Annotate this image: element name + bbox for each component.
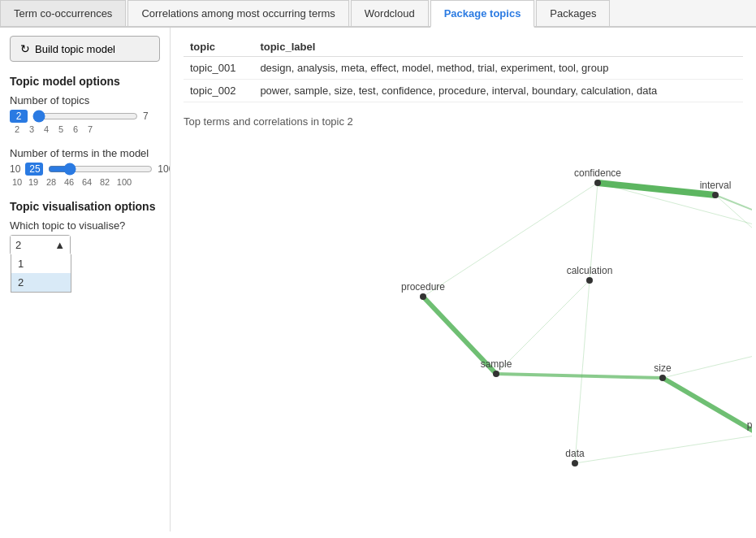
node-label-sample: sample bbox=[481, 358, 512, 370]
tab-wordcloud[interactable]: Wordcloud bbox=[351, 0, 429, 26]
topic-model-options-title: Topic model options bbox=[10, 75, 160, 88]
num-terms-max: 100 bbox=[158, 163, 171, 175]
svg-point-8 bbox=[420, 293, 426, 300]
vis-options-title: Topic visualisation options bbox=[10, 200, 160, 213]
svg-point-5 bbox=[659, 375, 666, 381]
num-topics-slider-row: 2 7 bbox=[10, 110, 160, 123]
sidebar: ↻ Build topic model Topic model options … bbox=[0, 28, 171, 531]
node-data: data bbox=[565, 448, 585, 466]
tab-bar: Term co-occurrences Correlations among m… bbox=[0, 0, 756, 28]
table-row: topic_002 power, sample, size, test, con… bbox=[184, 80, 743, 102]
svg-point-3 bbox=[586, 277, 593, 284]
tab-correlations[interactable]: Correlations among most occurring terms bbox=[127, 0, 348, 26]
node-label-procedure: procedure bbox=[401, 281, 445, 293]
refresh-icon: ↻ bbox=[20, 42, 30, 55]
node-label-data: data bbox=[565, 448, 585, 459]
col-label-header: topic_label bbox=[253, 37, 743, 57]
node-label-power: power bbox=[747, 419, 752, 431]
edge-interval-boundary bbox=[715, 195, 752, 252]
node-label-interval: interval bbox=[700, 180, 732, 191]
chevron-up-icon: ▲ bbox=[54, 239, 65, 251]
which-topic-label: Which topic to visualise? bbox=[10, 219, 160, 232]
svg-point-1 bbox=[712, 192, 719, 198]
num-terms-slider[interactable] bbox=[48, 163, 153, 176]
num-terms-value: 25 bbox=[25, 163, 43, 176]
node-procedure: procedure bbox=[401, 281, 445, 300]
topic-002-label: power, sample, size, test, confidence, p… bbox=[253, 80, 743, 102]
network-svg: confidenceintervalboundarycalculationtes… bbox=[184, 134, 752, 467]
edge-interval-test bbox=[715, 195, 752, 329]
num-terms-label: Number of terms in the model bbox=[10, 147, 160, 159]
node-power: power bbox=[747, 419, 752, 438]
topic-select-dropdown: 1 2 bbox=[11, 254, 71, 293]
svg-point-9 bbox=[572, 460, 578, 466]
topic-selected: 2 bbox=[15, 239, 21, 251]
num-topics-slider-container: 2 7 2 3 4 5 6 7 bbox=[10, 110, 160, 134]
content-area: topic topic_label topic_001 design, anal… bbox=[171, 28, 756, 531]
chart-title: Top terms and correlations in topic 2 bbox=[184, 115, 743, 128]
tab-packages[interactable]: Packages bbox=[536, 0, 610, 26]
num-topics-label: Number of topics bbox=[10, 94, 160, 106]
tab-package-topics[interactable]: Package topics bbox=[430, 0, 535, 28]
network-visualization: confidenceintervalboundarycalculationtes… bbox=[184, 134, 736, 459]
topic-option-1[interactable]: 1 bbox=[11, 254, 71, 273]
edge-data-power bbox=[575, 435, 752, 463]
num-terms-min: 10 bbox=[10, 163, 20, 175]
edge-size-test bbox=[663, 329, 752, 378]
edge-size-power bbox=[663, 378, 752, 435]
svg-point-6 bbox=[493, 371, 499, 377]
num-topics-ticks: 2 3 4 5 6 7 bbox=[10, 124, 160, 134]
build-button-label: Build topic model bbox=[35, 43, 115, 55]
topic-001-label: design, analysis, meta, effect, model, m… bbox=[253, 57, 743, 80]
num-topics-value: 2 bbox=[10, 110, 28, 123]
node-label-calculation: calculation bbox=[567, 265, 613, 276]
edge-confidence-interval bbox=[598, 183, 715, 195]
topics-table: topic topic_label topic_001 design, anal… bbox=[184, 37, 743, 102]
edge-confidence-procedure bbox=[423, 183, 598, 297]
topic-002-id: topic_002 bbox=[184, 80, 253, 102]
topic-select[interactable]: 2 ▲ 1 2 bbox=[10, 235, 71, 255]
build-topic-model-button[interactable]: ↻ Build topic model bbox=[10, 36, 160, 62]
num-terms-ticks: 10 19 28 46 64 82 100 bbox=[10, 177, 160, 187]
num-terms-slider-container: 10 25 100 10 19 28 46 64 82 100 bbox=[10, 163, 160, 187]
col-topic-header: topic bbox=[184, 37, 253, 57]
tab-term-cooccurrences[interactable]: Term co-occurrences bbox=[0, 0, 126, 26]
table-row: topic_001 design, analysis, meta, effect… bbox=[184, 57, 743, 80]
edge-calculation-data bbox=[575, 280, 590, 463]
node-label-confidence: confidence bbox=[574, 167, 621, 179]
num-topics-slider[interactable] bbox=[32, 110, 138, 123]
main-layout: ↻ Build topic model Topic model options … bbox=[0, 28, 756, 531]
num-terms-slider-row: 10 25 100 bbox=[10, 163, 160, 176]
topic-select-value[interactable]: 2 ▲ bbox=[11, 236, 70, 254]
topic-001-id: topic_001 bbox=[184, 57, 253, 80]
node-calculation: calculation bbox=[567, 265, 613, 284]
topic-option-2[interactable]: 2 bbox=[11, 273, 71, 292]
node-label-size: size bbox=[654, 362, 672, 374]
svg-point-0 bbox=[594, 180, 601, 186]
num-topics-max: 7 bbox=[143, 111, 149, 122]
edge-size-sample bbox=[496, 374, 663, 378]
